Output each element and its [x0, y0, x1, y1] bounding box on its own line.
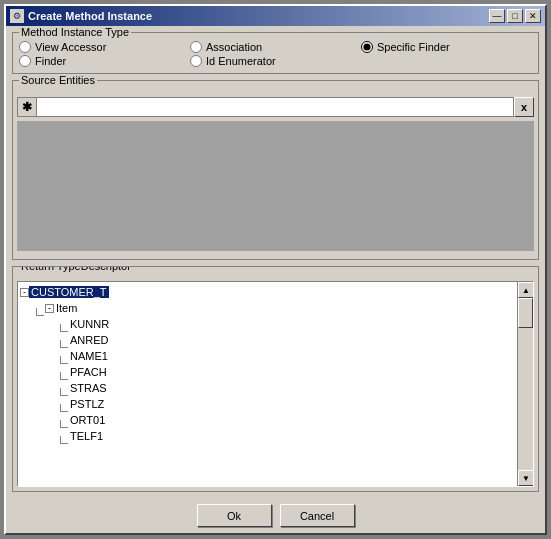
source-entities-group: Source Entities ✱ x — [12, 80, 539, 260]
radio-row-2: Finder Id Enumerator — [19, 55, 532, 67]
telf1-node[interactable]: TELF1 — [68, 430, 105, 442]
window-icon: ⚙ — [10, 9, 24, 23]
leaf-anred: ANRED — [60, 332, 515, 348]
radio-association-label[interactable]: Association — [206, 41, 262, 53]
method-instance-type-label: Method Instance Type — [19, 26, 131, 38]
close-button[interactable]: ✕ — [525, 9, 541, 23]
ok-button[interactable]: Ok — [197, 504, 272, 527]
pfach-node[interactable]: PFACH — [68, 366, 109, 378]
kunnr-node[interactable]: KUNNR — [68, 318, 111, 330]
item-node[interactable]: Item — [54, 302, 79, 314]
radio-view-accessor-input[interactable] — [19, 41, 31, 53]
title-bar-buttons: — □ ✕ — [489, 9, 541, 23]
footer-bar: Ok Cancel — [6, 498, 545, 533]
method-instance-type-group: Method Instance Type View Accessor Assoc… — [12, 32, 539, 74]
radio-id-enumerator-label[interactable]: Id Enumerator — [206, 55, 276, 67]
window-body: Method Instance Type View Accessor Assoc… — [6, 26, 545, 498]
scroll-down-button[interactable]: ▼ — [518, 470, 534, 486]
radio-association-input[interactable] — [190, 41, 202, 53]
item-expander[interactable]: - — [45, 304, 54, 313]
root-expander[interactable]: - — [20, 288, 29, 297]
source-content-area — [17, 121, 534, 251]
radio-group: View Accessor Association Specific Finde… — [19, 37, 532, 67]
title-bar-left: ⚙ Create Method Instance — [10, 9, 152, 23]
source-entity-row: ✱ x — [17, 97, 534, 117]
leaf-ort01: ORT01 — [60, 412, 515, 428]
window-title: Create Method Instance — [28, 10, 152, 22]
radio-view-accessor-label[interactable]: View Accessor — [35, 41, 106, 53]
cancel-button[interactable]: Cancel — [280, 504, 355, 527]
leaf-telf1: TELF1 — [60, 428, 515, 444]
stras-node[interactable]: STRAS — [68, 382, 109, 394]
leaf-name1: NAME1 — [60, 348, 515, 364]
leaf-stras: STRAS — [60, 380, 515, 396]
radio-association: Association — [190, 41, 361, 53]
scroll-up-button[interactable]: ▲ — [518, 282, 534, 298]
main-window: ⚙ Create Method Instance — □ ✕ Method In… — [4, 4, 547, 535]
scroll-track — [518, 298, 533, 470]
radio-view-accessor: View Accessor — [19, 41, 190, 53]
tree-container: - CUSTOMER_T - Item — [17, 281, 534, 487]
ort01-node[interactable]: ORT01 — [68, 414, 107, 426]
radio-specific-finder-input[interactable] — [361, 41, 373, 53]
minimize-button[interactable]: — — [489, 9, 505, 23]
entity-star: ✱ — [17, 97, 37, 117]
radio-id-enumerator-input[interactable] — [190, 55, 202, 67]
radio-row-1: View Accessor Association Specific Finde… — [19, 41, 532, 53]
item-row: - Item — [36, 300, 515, 316]
source-entities-label: Source Entities — [19, 74, 97, 86]
leaf-nodes: KUNNR ANRED NAME1 — [36, 316, 515, 444]
item-branch: - Item KUNNR ANRED — [20, 300, 515, 444]
title-bar: ⚙ Create Method Instance — □ ✕ — [6, 6, 545, 26]
entity-remove-button[interactable]: x — [514, 97, 534, 117]
radio-id-enumerator: Id Enumerator — [190, 55, 361, 67]
leaf-pstlz: PSTLZ — [60, 396, 515, 412]
leaf-pfach: PFACH — [60, 364, 515, 380]
tree-root-row: - CUSTOMER_T — [20, 284, 515, 300]
radio-finder-label[interactable]: Finder — [35, 55, 66, 67]
tree-content: - CUSTOMER_T - Item — [18, 282, 517, 486]
entity-dropdown[interactable] — [37, 97, 514, 117]
tree-scrollbar[interactable]: ▲ ▼ — [517, 282, 533, 486]
scroll-thumb[interactable] — [518, 298, 533, 328]
radio-finder-input[interactable] — [19, 55, 31, 67]
pstlz-node[interactable]: PSTLZ — [68, 398, 106, 410]
anred-node[interactable]: ANRED — [68, 334, 111, 346]
radio-finder: Finder — [19, 55, 190, 67]
leaf-kunnr: KUNNR — [60, 316, 515, 332]
maximize-button[interactable]: □ — [507, 9, 523, 23]
name1-node[interactable]: NAME1 — [68, 350, 110, 362]
return-type-label: Return TypeDescriptor — [19, 266, 133, 272]
return-type-group: Return TypeDescriptor - CUSTOMER_T - Ite… — [12, 266, 539, 492]
radio-specific-finder: Specific Finder — [361, 41, 532, 53]
radio-specific-finder-label[interactable]: Specific Finder — [377, 41, 450, 53]
root-node[interactable]: CUSTOMER_T — [29, 286, 109, 298]
